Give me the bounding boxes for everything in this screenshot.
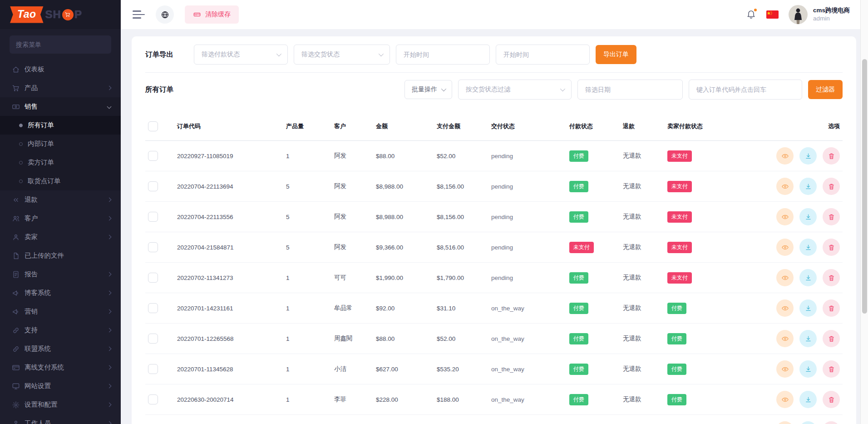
sidebar: Tao SH P 仪表板 产品 销售 所有订单 [0,0,121,424]
sidebar-item-products[interactable]: 产品 [0,79,121,97]
download-order-button[interactable] [799,269,817,286]
download-order-button[interactable] [799,299,817,317]
select-all-checkbox[interactable] [148,121,158,131]
download-order-button[interactable] [799,239,817,256]
amount-cell: $1,990.00 [373,263,434,293]
payment-status-select[interactable]: 筛选付款状态 [194,45,288,65]
language-globe-button[interactable] [156,5,174,24]
delivery-filter-select[interactable]: 按交货状态过滤 [458,80,572,100]
scrollbar-thumb[interactable] [862,59,867,314]
view-order-button[interactable] [776,360,794,378]
row-checkbox[interactable] [148,151,158,161]
sidebar-subitem-label: 卖方订单 [28,158,54,167]
sidebar-item-staff[interactable]: 工作人员 [0,414,121,424]
sidebar-item-affiliate-system[interactable]: 联盟系统 [0,339,121,358]
sidebar-item-offline-payment[interactable]: 离线支付系统 [0,358,121,377]
sidebar-subitem-label: 取货点订单 [28,177,61,185]
row-checkbox[interactable] [148,273,158,283]
download-order-button[interactable] [799,421,817,424]
view-order-button[interactable] [776,269,794,286]
sidebar-item-pickup-orders[interactable]: 取货点订单 [0,172,121,190]
app-logo[interactable]: Tao SH P [0,0,121,29]
delete-order-button[interactable] [823,391,840,408]
export-start-time-input[interactable] [396,45,490,65]
export-end-time-input[interactable] [496,45,590,65]
megaphone-icon [12,308,20,316]
bulk-action-button[interactable]: 批量操作 [404,80,452,99]
order-code-cell: 20220701-11345628 [174,354,283,384]
sidebar-item-refunds[interactable]: 退款 [0,190,121,209]
download-order-button[interactable] [799,178,817,195]
sidebar-item-all-orders[interactable]: 所有订单 [0,116,121,135]
delivery-status-cell: on_the_way [488,415,567,424]
row-checkbox[interactable] [148,181,158,191]
download-order-button[interactable] [799,391,817,408]
download-order-button[interactable] [799,208,817,225]
delivery-status-select[interactable]: 筛选交货状态 [294,45,390,65]
view-order-button[interactable] [776,299,794,317]
chevron-right-icon [107,328,112,333]
sidebar-item-blog-system[interactable]: 博客系统 [0,284,121,302]
download-icon [804,335,812,343]
row-checkbox[interactable] [148,242,158,252]
sidebar-item-reports[interactable]: 报告 [0,265,121,284]
view-order-button[interactable] [776,239,794,256]
sidebar-item-settings[interactable]: 设置和配置 [0,395,121,414]
row-checkbox[interactable] [148,334,158,344]
delete-order-button[interactable] [823,178,840,195]
sidebar-item-sellers[interactable]: 卖家 [0,228,121,246]
notifications-bell-icon[interactable] [746,9,756,21]
order-code-filter-input[interactable] [689,80,802,100]
row-checkbox[interactable] [148,303,158,313]
delete-order-button[interactable] [823,330,840,347]
row-checkbox[interactable] [148,394,158,404]
sidebar-item-dashboard[interactable]: 仪表板 [0,60,121,79]
delete-order-button[interactable] [823,360,840,378]
sidebar-item-label: 卖家 [25,233,108,241]
sidebar-item-seller-orders[interactable]: 卖方订单 [0,153,121,172]
sidebar-item-uploaded-files[interactable]: 已上传的文件 [0,246,121,265]
hamburger-menu-icon[interactable] [132,9,146,20]
column-header: 选项 [760,117,843,141]
sidebar-search-input[interactable] [10,35,111,54]
view-order-button[interactable] [776,391,794,408]
delete-order-button[interactable] [823,208,840,225]
sidebar-item-marketing[interactable]: 营销 [0,302,121,321]
user-menu[interactable]: cms跨境电商 admin [789,5,850,24]
delete-order-button[interactable] [823,147,840,165]
export-orders-button[interactable]: 导出订单 [596,45,636,64]
row-checkbox[interactable] [148,212,158,222]
eye-icon [781,365,789,373]
date-filter-input[interactable] [577,80,683,100]
sidebar-item-inhouse-orders[interactable]: 内部订单 [0,135,121,153]
chevron-right-icon [107,347,112,351]
chevron-down-icon [379,51,384,56]
logo-tao-badge: Tao [10,6,44,23]
download-order-button[interactable] [799,330,817,347]
sidebar-item-label: 已上传的文件 [25,251,108,260]
column-header: 订单代码 [174,117,283,141]
clear-cache-button[interactable]: 清除缓存 [185,5,239,24]
view-order-button[interactable] [776,421,794,424]
amount-cell: $88.00 [373,324,434,354]
filter-button[interactable]: 过滤器 [808,80,843,99]
download-order-button[interactable] [799,147,817,165]
delete-order-button[interactable] [823,269,840,286]
china-flag-icon[interactable] [766,10,779,19]
order-code-cell: 20220702-11341273 [174,263,283,293]
view-order-button[interactable] [776,147,794,165]
view-order-button[interactable] [776,208,794,225]
sidebar-item-website-setup[interactable]: 网站设置 [0,377,121,395]
view-order-button[interactable] [776,330,794,347]
delete-order-button[interactable] [823,421,840,424]
sidebar-item-support[interactable]: 支持 [0,321,121,339]
monitor-icon [12,382,20,390]
delete-order-button[interactable] [823,239,840,256]
row-checkbox[interactable] [148,364,158,374]
amount-cell: $8,988.00 [373,202,434,232]
sidebar-item-sales[interactable]: 销售 [0,97,121,116]
view-order-button[interactable] [776,178,794,195]
delete-order-button[interactable] [823,299,840,317]
sidebar-item-customers[interactable]: 客户 [0,209,121,228]
download-order-button[interactable] [799,360,817,378]
